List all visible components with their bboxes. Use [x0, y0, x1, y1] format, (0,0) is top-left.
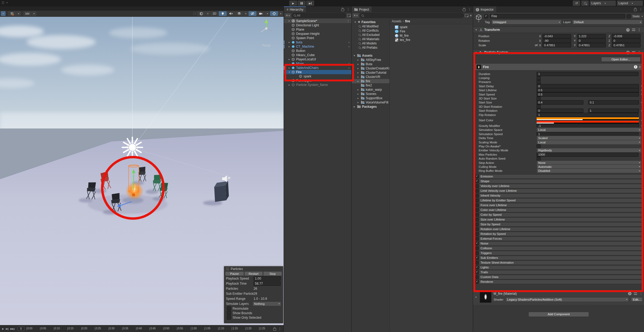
particle-module-row[interactable]: Noise — [474, 241, 643, 246]
expand-arrow[interactable] — [357, 97, 360, 99]
timeline-tick[interactable]: 0:40 — [136, 325, 150, 332]
particle-property-row[interactable]: Delta Time Scaled Scaled ▾ ▾ — [473, 136, 644, 140]
z-field[interactable]: 0.47851 — [612, 43, 641, 47]
property-dropdown[interactable]: Disabled ▾ — [537, 168, 642, 173]
snap-increment-caret[interactable]: ▾ — [32, 11, 36, 16]
hierarchy-item[interactable]: Particle System_flame › — [284, 83, 352, 87]
hierarchy-item[interactable]: Directional Light › — [284, 23, 352, 27]
module-checkbox[interactable] — [475, 180, 479, 183]
overlay-button[interactable]: Pause — [225, 271, 244, 276]
module-checkbox[interactable] — [475, 251, 479, 255]
module-checkbox[interactable] — [475, 194, 479, 197]
project-folder-item[interactable]: ClusterVR — [352, 75, 389, 79]
breadcrumb-current[interactable]: fire — [405, 19, 410, 23]
expand-arrow[interactable] — [289, 41, 292, 44]
hierarchy-search-input[interactable]: All — [292, 13, 346, 18]
timeline-tick[interactable]: 0:20 — [81, 325, 95, 332]
grid-snap-caret[interactable]: ▾ — [16, 11, 21, 16]
expand-arrow[interactable] — [354, 105, 356, 108]
x-field[interactable]: 0.47851 — [542, 43, 571, 47]
module-checkbox[interactable] — [475, 256, 479, 260]
timeline-tick[interactable]: 1:25 — [259, 325, 273, 332]
overlay-checkbox-row[interactable]: Show Bounds — [224, 311, 283, 315]
project-folder-item[interactable]: VoiceVolumeFilt — [352, 100, 389, 105]
timeline-tick[interactable]: 1:15 — [232, 325, 246, 332]
overlay-button[interactable]: Stop — [263, 271, 282, 276]
timeline-tick[interactable]: 0:10 — [54, 325, 68, 332]
project-folder-item[interactable]: Scenes — [352, 92, 389, 96]
property-field[interactable]: 0.4 — [537, 100, 583, 105]
particle-module-row[interactable]: Rotation by Speed — [474, 232, 643, 236]
search-pick-icon[interactable] — [347, 14, 351, 17]
persp-label[interactable]: Persp — [262, 44, 271, 47]
timeline-tick[interactable]: 1:20 — [246, 325, 259, 332]
timeline-tick[interactable]: 0:55 — [177, 325, 191, 332]
project-folder-item[interactable]: kakin_warp — [352, 88, 389, 92]
module-checkbox[interactable] — [475, 247, 479, 250]
module-checkbox[interactable] — [475, 266, 479, 269]
particle-module-row[interactable]: Triggers — [474, 251, 643, 255]
expand-arrow[interactable] — [354, 54, 356, 57]
hierarchy-item[interactable]: buta › — [284, 40, 352, 44]
kebab-menu-icon[interactable]: ⋮ — [347, 19, 350, 23]
search-everywhere-button[interactable] — [581, 1, 589, 6]
mode-dropdown-caret[interactable]: ▾ — [639, 89, 642, 92]
hierarchy-item[interactable]: Fire › — [284, 70, 352, 74]
asset-file-item[interactable]: M_fire — [390, 34, 473, 38]
expand-arrow[interactable] — [357, 76, 360, 78]
asset-file-item[interactable]: tex_fire — [390, 38, 473, 42]
particle-property-row[interactable]: Start Size 0.4 0.1 0.4 ▾ ▾ — [473, 101, 644, 105]
kebab-menu-icon[interactable]: ⋮ — [468, 7, 471, 11]
timeline-tick[interactable]: 0:25 — [95, 325, 109, 332]
particle-module-row[interactable]: Size by Speed — [474, 222, 643, 227]
help-icon[interactable]: ? — [628, 292, 632, 295]
property-checkbox[interactable] — [537, 80, 541, 84]
project-folder-item[interactable]: AllSkyFree — [352, 58, 389, 62]
project-folder-item[interactable]: ClusterTutorial — [352, 70, 389, 75]
module-checkbox[interactable] — [475, 208, 479, 212]
effects-caret[interactable]: ▾ — [243, 11, 248, 16]
module-checkbox[interactable] — [475, 204, 479, 207]
project-folder-item[interactable]: Buta — [352, 62, 389, 66]
create-button[interactable]: + ▾ — [353, 13, 359, 18]
version-history-button[interactable]: ↺ — [573, 1, 580, 6]
particle-property-row[interactable]: Max Particles 1000 1000 ▾ ▾ — [473, 152, 644, 156]
lock-icon[interactable] — [634, 9, 637, 11]
mode-dropdown-caret[interactable]: ▾ — [639, 110, 642, 112]
project-search-input[interactable] — [360, 13, 464, 18]
kebab-menu-icon[interactable]: ⋮ — [638, 28, 641, 32]
favorites-header[interactable]: ▾ ★ Favorites — [352, 20, 389, 24]
timeline-skip-icon[interactable]: ▶▶ — [10, 327, 14, 330]
hierarchy-item[interactable]: Spawn Point › — [284, 36, 352, 40]
help-icon[interactable]: ? — [626, 51, 630, 54]
module-checkbox[interactable] — [475, 223, 479, 226]
x-field[interactable]: -0.043 — [542, 34, 571, 38]
play-button[interactable]: ▶ — [289, 1, 297, 6]
module-checkbox[interactable] — [475, 232, 479, 236]
hierarchy-item[interactable]: PlayerLocalUI › — [284, 57, 352, 61]
particle-module-row[interactable]: Collision — [474, 246, 643, 251]
tool-dropdown-caret[interactable]: ▾ — [1, 11, 6, 16]
module-checkbox[interactable] — [475, 280, 479, 284]
expand-arrow[interactable] — [289, 58, 292, 61]
help-icon[interactable]: ? — [626, 28, 630, 32]
particle-property-row[interactable]: Flip Rotation 1 1 ▾ ▾ — [473, 113, 644, 117]
stat-value[interactable]: 58.77 — [254, 281, 281, 286]
property-field-2[interactable]: 1 — [588, 109, 639, 113]
foldout-arrow[interactable]: ▾ — [475, 28, 478, 31]
hierarchy-item[interactable]: spark › — [284, 74, 352, 78]
property-field-2[interactable]: 0.1 — [588, 100, 639, 105]
lock-icon[interactable] — [341, 9, 344, 11]
property-field[interactable]: 0.5 — [537, 92, 639, 97]
particle-property-row[interactable]: Looping ▾ ▾ — [473, 76, 644, 80]
particle-property-row[interactable]: Start Color ▾ ▾ — [473, 117, 644, 124]
link-scale-icon[interactable] — [535, 35, 539, 38]
x-field[interactable]: -90 — [542, 39, 571, 43]
project-folder-item[interactable]: fire — [352, 79, 389, 83]
scene-camera-caret[interactable]: ▾ — [265, 11, 270, 16]
add-component-button[interactable]: Add Component — [528, 312, 589, 317]
foldout-arrow[interactable]: ▾ — [475, 51, 478, 54]
expand-arrow[interactable] — [289, 67, 292, 69]
expand-arrow[interactable] — [289, 45, 292, 48]
expand-arrow[interactable] — [357, 63, 360, 65]
